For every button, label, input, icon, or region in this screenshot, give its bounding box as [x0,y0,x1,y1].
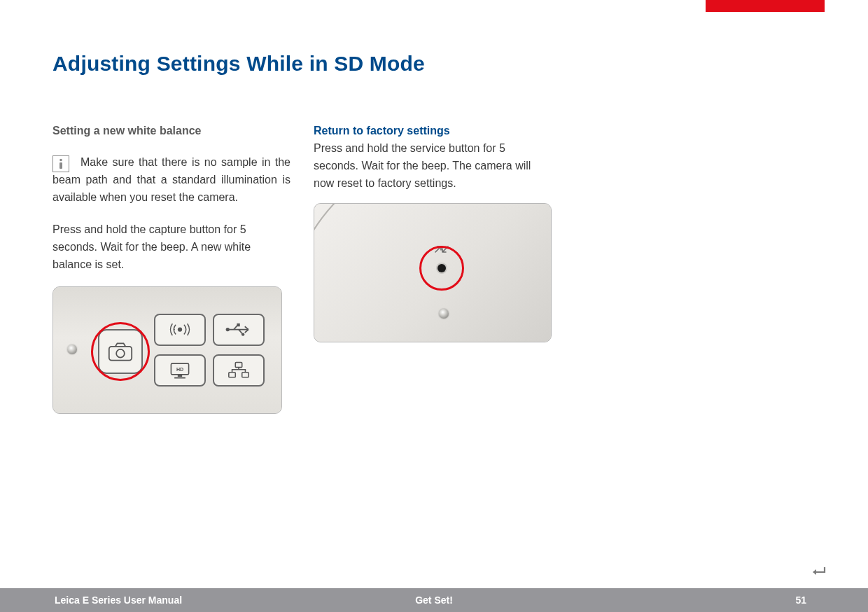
svg-rect-7 [237,324,239,326]
hd-label: HD [176,367,183,373]
brand-tab [706,0,825,12]
svg-point-4 [178,328,182,332]
info-text-content: Make sure that there is no sample in the… [52,156,290,203]
info-text: Make sure that there is no sample in the… [52,154,290,206]
figure-capture-button: HD [52,286,282,414]
info-icon [52,155,69,172]
svg-rect-13 [229,373,235,377]
page-title: Adjusting Settings While in SD Mode [52,52,425,76]
white-balance-instruction: Press and hold the capture button for 5 … [52,221,290,273]
column-left: Setting a new white balance Make sure th… [52,125,290,414]
svg-rect-14 [242,373,248,377]
screw-icon [67,345,77,354]
svg-rect-12 [235,363,241,368]
svg-rect-10 [178,375,182,377]
hd-monitor-icon: HD [165,361,195,379]
highlight-ring-icon [419,246,464,291]
usb-button [213,314,265,346]
network-icon [224,361,253,379]
info-block: Make sure that there is no sample in the… [52,154,290,206]
footer-section: Get Set! [415,594,453,606]
wifi-button [154,314,206,346]
hd-button: HD [154,354,206,387]
page: Adjusting Settings While in SD Mode Sett… [0,0,868,612]
wifi-icon [165,321,195,338]
return-icon[interactable] [811,566,826,580]
footer-page-number: 51 [795,594,806,606]
factory-reset-instruction: Press and hold the service button for 5 … [314,140,552,192]
network-button [213,354,265,387]
column-right: Return to factory settings Press and hol… [314,125,552,342]
subhead-white-balance: Setting a new white balance [52,125,290,137]
subhead-factory-reset: Return to factory settings [314,125,552,137]
footer-manual-title: Leica E Series User Manual [55,594,182,606]
svg-point-8 [241,333,244,336]
panel-background [53,287,281,413]
usb-icon [224,321,253,338]
svg-rect-1 [59,162,62,169]
figure-service-button [314,203,552,342]
svg-point-0 [59,159,62,162]
footer: Leica E Series User Manual Get Set! 51 [0,588,868,612]
highlight-ring-icon [91,322,150,381]
